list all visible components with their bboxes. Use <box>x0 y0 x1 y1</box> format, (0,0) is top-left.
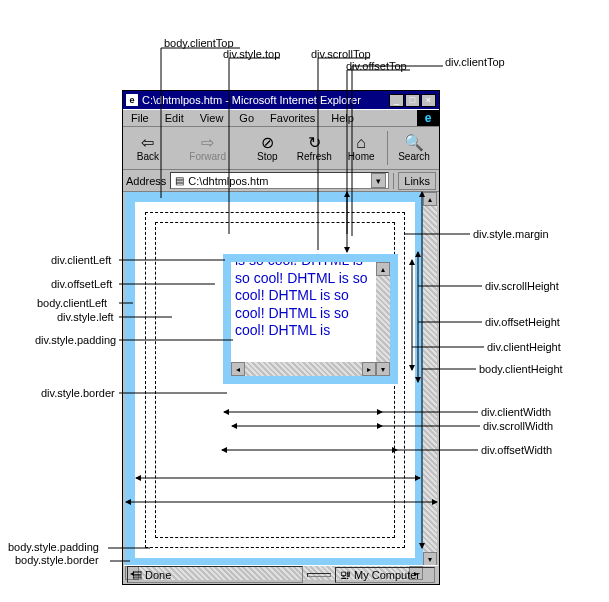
label-div-style-border: div.style.border <box>40 387 116 399</box>
label-div-scrollTop: div.scrollTop <box>310 48 372 60</box>
scroll-track[interactable] <box>423 206 437 552</box>
label-div-style-top: div.style.top <box>222 48 281 60</box>
label-div-scrollWidth: div.scrollWidth <box>482 420 554 432</box>
titlebar[interactable]: e C:\dhtmlpos.htm - Microsoft Internet E… <box>123 91 439 109</box>
label-body-style-padding: body.style.padding <box>7 541 100 553</box>
menu-help[interactable]: Help <box>323 110 362 126</box>
label-div-style-padding: div.style.padding <box>34 334 117 346</box>
menu-edit[interactable]: Edit <box>157 110 192 126</box>
address-value: C:\dhtmlpos.htm <box>188 175 368 187</box>
address-label: Address <box>126 175 166 187</box>
menu-favorites[interactable]: Favorites <box>262 110 323 126</box>
label-div-offsetTop: div.offsetTop <box>345 60 408 72</box>
search-icon: 🔍 <box>404 135 424 151</box>
menu-file[interactable]: File <box>123 110 157 126</box>
div-horizontal-scrollbar[interactable]: ◂ ▸ <box>231 362 376 376</box>
example-div: is so cool! DHTML is so cool! DHTML is s… <box>223 254 398 384</box>
status-bar: ▤ Done 🖳 My Computer <box>124 565 438 583</box>
body-vertical-scrollbar[interactable]: ▴ ▾ <box>423 192 437 566</box>
ie-logo-icon: e <box>417 110 439 126</box>
scroll-right-icon[interactable]: ▸ <box>362 362 376 376</box>
page-icon: ▤ <box>173 175 185 187</box>
minimize-button[interactable]: _ <box>389 94 404 107</box>
status-zone: 🖳 My Computer <box>335 567 435 583</box>
close-button[interactable]: × <box>421 94 436 107</box>
scroll-up-icon[interactable]: ▴ <box>376 262 390 276</box>
page-body: is so cool! DHTML is so cool! DHTML is s… <box>125 192 437 580</box>
menu-go[interactable]: Go <box>231 110 262 126</box>
scroll-track[interactable] <box>245 362 362 376</box>
back-arrow-icon: ⇦ <box>141 135 154 151</box>
label-body-style-border: body.style.border <box>14 554 100 566</box>
status-empty-1 <box>307 573 331 577</box>
scroll-track[interactable] <box>376 276 390 362</box>
scroll-left-icon[interactable]: ◂ <box>231 362 245 376</box>
home-icon: ⌂ <box>356 135 366 151</box>
label-div-clientWidth: div.clientWidth <box>480 406 552 418</box>
label-div-scrollHeight: div.scrollHeight <box>484 280 560 292</box>
example-div-text: is so cool! DHTML is so cool! DHTML is s… <box>235 262 372 340</box>
scroll-down-icon[interactable]: ▾ <box>376 362 390 376</box>
address-input[interactable]: ▤ C:\dhtmlpos.htm ▾ <box>170 172 389 189</box>
window-title: C:\dhtmlpos.htm - Microsoft Internet Exp… <box>142 94 389 106</box>
address-sep <box>393 173 394 189</box>
label-div-offsetHeight: div.offsetHeight <box>484 316 561 328</box>
refresh-button[interactable]: ↻Refresh <box>291 129 337 167</box>
ie-window: e C:\dhtmlpos.htm - Microsoft Internet E… <box>122 90 440 585</box>
label-body-clientLeft: body.clientLeft <box>36 297 108 309</box>
menubar: File Edit View Go Favorites Help e <box>123 109 439 127</box>
forward-arrow-icon: ⇨ <box>201 135 214 151</box>
forward-button[interactable]: ⇨Forward <box>172 129 244 167</box>
home-button[interactable]: ⌂Home <box>338 129 384 167</box>
label-div-clientTop: div.clientTop <box>444 56 506 68</box>
back-button[interactable]: ⇦Back <box>125 129 171 167</box>
search-button[interactable]: 🔍Search <box>391 129 437 167</box>
label-div-offsetLeft: div.offsetLeft <box>50 278 113 290</box>
maximize-button[interactable]: □ <box>405 94 420 107</box>
label-div-clientLeft: div.clientLeft <box>50 254 112 266</box>
menu-view[interactable]: View <box>192 110 232 126</box>
window-icon: e <box>126 94 138 106</box>
label-div-offsetWidth: div.offsetWidth <box>480 444 553 456</box>
done-icon: ▤ <box>132 568 142 581</box>
status-done: ▤ Done <box>127 566 303 583</box>
stop-button[interactable]: ⊘Stop <box>244 129 290 167</box>
toolbar-separator <box>387 131 388 165</box>
links-button[interactable]: Links <box>398 172 436 190</box>
scroll-down-icon[interactable]: ▾ <box>423 552 437 566</box>
computer-icon: 🖳 <box>340 569 351 581</box>
refresh-icon: ↻ <box>308 135 321 151</box>
label-div-clientHeight: div.clientHeight <box>486 341 562 353</box>
label-div-style-left: div.style.left <box>56 311 115 323</box>
stop-icon: ⊘ <box>261 135 274 151</box>
address-dropdown-button[interactable]: ▾ <box>371 173 386 188</box>
div-vertical-scrollbar[interactable]: ▴ ▾ <box>376 262 390 376</box>
address-bar: Address ▤ C:\dhtmlpos.htm ▾ Links <box>123 170 439 192</box>
label-div-style-margin: div.style.margin <box>472 228 550 240</box>
example-div-content: is so cool! DHTML is so cool! DHTML is s… <box>231 262 390 376</box>
scroll-up-icon[interactable]: ▴ <box>423 192 437 206</box>
toolbar: ⇦Back ⇨Forward ⊘Stop ↻Refresh ⌂Home 🔍Sea… <box>123 127 439 170</box>
label-body-clientHeight: body.clientHeight <box>478 363 564 375</box>
